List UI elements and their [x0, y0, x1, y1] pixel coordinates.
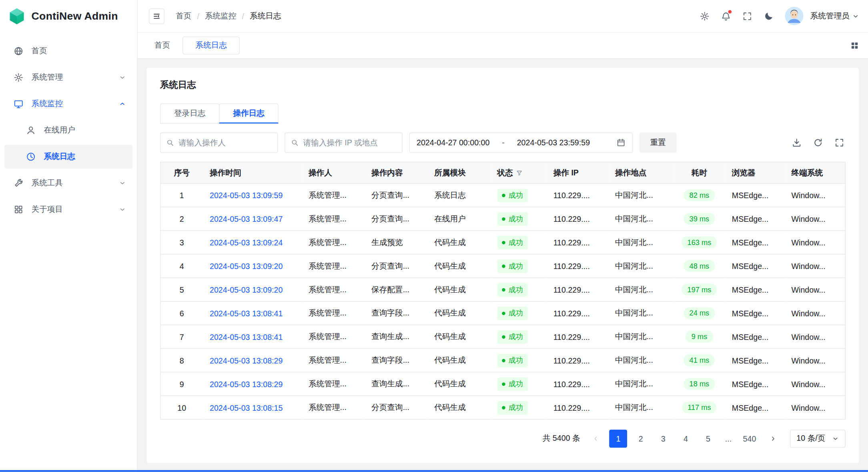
table-row: 8 2024-05-03 13:08:29 系统管理... 查询字段... 代码… [160, 349, 846, 372]
status-dot [502, 193, 505, 197]
pagination-total: 共 5400 条 [543, 434, 580, 444]
status-text: 成功 [508, 331, 523, 341]
reset-button[interactable]: 重置 [639, 133, 677, 153]
status-badge: 成功 [497, 377, 527, 391]
cell-location: 中国河北... [608, 325, 674, 349]
fullscreen-icon [742, 11, 752, 21]
tab-operation-log[interactable]: 操作日志 [219, 103, 279, 124]
cell-os: Window... [785, 372, 846, 396]
sidebar-item-about[interactable]: 关于项目 [4, 198, 132, 221]
status-header-label: 状态 [497, 168, 513, 178]
cell-time-link[interactable]: 2024-05-03 13:08:41 [210, 332, 283, 341]
status-badge: 成功 [497, 259, 527, 273]
cell-time-link[interactable]: 2024-05-03 13:09:47 [210, 214, 283, 223]
page-button-1[interactable]: 1 [609, 430, 627, 448]
cell-time-link[interactable]: 2024-05-03 13:09:59 [210, 191, 283, 199]
sidebar-item-system-management[interactable]: 系统管理 [4, 66, 132, 89]
top-bar: 首页 / 系统监控 / 系统日志 [138, 0, 868, 32]
page-size-select[interactable]: 10 条/页 [790, 430, 845, 448]
page-button-last[interactable]: 540 [740, 430, 760, 448]
duration-badge: 18 ms [684, 378, 715, 390]
user-menu[interactable]: 系统管理员 [810, 11, 859, 21]
column-header-ip: 操作 IP [547, 162, 608, 183]
operator-search-input[interactable] [178, 138, 272, 147]
tab-home[interactable]: 首页 [146, 40, 178, 50]
cell-time-link[interactable]: 2024-05-03 13:08:15 [210, 403, 283, 412]
refresh-icon [813, 138, 823, 148]
status-dot [502, 406, 505, 409]
cell-time-link[interactable]: 2024-05-03 13:08:29 [210, 356, 283, 365]
cell-content: 分页查询... [365, 396, 427, 419]
cell-location: 中国河北... [608, 207, 674, 231]
dark-mode-button[interactable] [759, 6, 778, 26]
cell-index: 9 [160, 372, 203, 396]
download-button[interactable] [792, 138, 802, 148]
ip-search-input[interactable] [303, 138, 397, 147]
cell-content: 查询生成... [365, 372, 427, 396]
cell-time-link[interactable]: 2024-05-03 13:09:20 [210, 285, 283, 294]
cell-browser: MSEdge... [725, 231, 785, 254]
expand-icon [834, 138, 844, 148]
page-next-button[interactable] [764, 430, 782, 448]
cell-time-link[interactable]: 2024-05-03 13:08:29 [210, 380, 283, 388]
cell-location: 中国河北... [608, 396, 674, 419]
cell-ip: 110.229.... [547, 231, 608, 254]
sidebar-collapse-button[interactable] [149, 8, 164, 24]
sidebar-item-label: 系统监控 [32, 99, 63, 109]
user-name: 系统管理员 [810, 11, 850, 21]
page-title: 系统日志 [160, 79, 846, 91]
page-prev-button[interactable] [587, 430, 605, 448]
fullscreen-button[interactable] [738, 6, 757, 26]
sidebar-item-system-tools[interactable]: 系统工具 [4, 171, 132, 195]
apps-grid-icon [850, 41, 859, 50]
page-ellipsis[interactable]: ... [722, 434, 735, 443]
cell-time-link[interactable]: 2024-05-03 13:09:24 [210, 238, 283, 247]
cell-content: 查询生成... [365, 325, 427, 349]
app-logo[interactable]: ContiNew Admin [0, 0, 137, 32]
sidebar-item-system-log[interactable]: 系统日志 [4, 145, 132, 169]
cell-duration: 117 ms [674, 396, 725, 419]
sidebar: ContiNew Admin 首页 系统管理 系统监控 [0, 0, 138, 472]
sidebar-menu: 首页 系统管理 系统监控 在线用户 [0, 32, 137, 221]
status-badge: 成功 [497, 212, 527, 226]
cell-location: 中国河北... [608, 278, 674, 301]
table-fullscreen-button[interactable] [834, 138, 844, 148]
cell-index: 1 [160, 183, 203, 207]
column-header-os: 终端系统 [785, 162, 846, 183]
cell-time-link[interactable]: 2024-05-03 13:08:41 [210, 309, 283, 317]
page-button-5[interactable]: 5 [699, 430, 717, 448]
page-button-3[interactable]: 3 [654, 430, 672, 448]
user-icon [26, 125, 36, 135]
tab-actions-button[interactable] [850, 41, 859, 50]
table-toolbar [792, 138, 846, 148]
tab-login-log[interactable]: 登录日志 [160, 103, 220, 124]
settings-button[interactable] [695, 6, 714, 26]
breadcrumb-item[interactable]: 首页 [176, 11, 191, 21]
column-header-duration: 耗时 [674, 162, 725, 183]
page-button-4[interactable]: 4 [677, 430, 695, 448]
cell-time-link[interactable]: 2024-05-03 13:09:20 [210, 261, 283, 270]
cell-operator: 系统管理... [302, 349, 365, 372]
cell-content: 分页查询... [365, 254, 427, 278]
column-header-index: 序号 [160, 162, 203, 183]
notifications-button[interactable] [716, 6, 736, 26]
sidebar-item-system-monitor[interactable]: 系统监控 [4, 92, 132, 116]
operator-search-field [160, 133, 278, 153]
refresh-button[interactable] [813, 138, 823, 148]
status-filter-icon[interactable] [516, 169, 523, 176]
cell-content: 保存配置... [365, 278, 427, 301]
tab-system-log[interactable]: 系统日志 [182, 36, 240, 54]
cell-module: 代码生成 [427, 278, 490, 301]
date-range-picker[interactable]: 2024-04-27 00:00:00 - 2024-05-03 23:59:5… [409, 133, 633, 153]
status-text: 成功 [508, 355, 523, 365]
sidebar-item-home[interactable]: 首页 [4, 39, 132, 63]
breadcrumb-item[interactable]: 系统监控 [205, 11, 237, 21]
sidebar-item-online-users[interactable]: 在线用户 [4, 119, 132, 142]
status-badge: 成功 [497, 353, 527, 367]
cell-operator: 系统管理... [302, 396, 365, 419]
status-text: 成功 [508, 402, 523, 412]
duration-badge: 41 ms [684, 354, 715, 366]
page-button-2[interactable]: 2 [632, 430, 650, 448]
avatar[interactable] [785, 7, 803, 25]
cell-status: 成功 [491, 278, 547, 301]
